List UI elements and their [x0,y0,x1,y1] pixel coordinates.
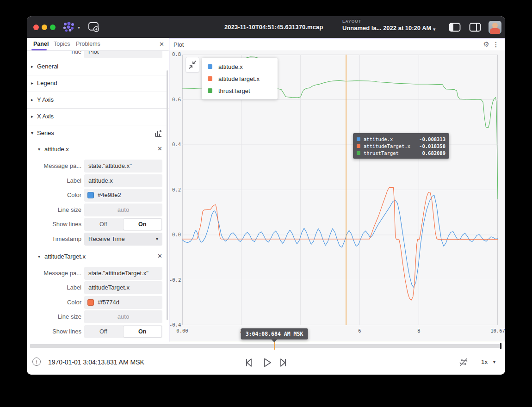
series-editor-header-attitude-target-x[interactable]: ▾ attitudeTarget.x ✕ [27,250,169,264]
seekbar-playhead[interactable] [274,342,275,350]
sidebar-close-icon[interactable]: ✕ [159,41,164,48]
legend-label: attitude.x [218,63,243,70]
label-input[interactable]: attitude.x [84,174,162,187]
foxglove-logo-icon [62,21,76,32]
tooltip-row: thrustTarget0.682089 [357,149,445,156]
show-lines-off-button[interactable]: Off [84,325,123,338]
timestamp-select[interactable]: Receive Time ▾ [84,233,162,246]
titlebar: ▾ 2023-11-10T04:51:45.631370.mcap LAYOUT… [27,16,505,38]
section-legend[interactable]: ▸ Legend [27,75,169,92]
color-swatch[interactable] [87,192,94,198]
user-avatar[interactable] [489,21,501,34]
seek-hover-tooltip: 3:04:08.684 AM MSK [241,328,308,339]
layout-chevron-icon[interactable]: ▾ [433,26,436,32]
tooltip-series-name: attitudeTarget.x [364,143,419,149]
loop-off-icon[interactable] [458,357,469,368]
show-lines-label: Show lines [27,218,81,231]
show-lines-off-button[interactable]: Off [84,218,123,231]
line-size-input[interactable]: auto [84,204,162,216]
desktop-background: ▾ 2023-11-10T04:51:45.631370.mcap LAYOUT… [0,0,532,407]
caret-right-icon: ▸ [31,64,33,69]
x-axis-tick-label: 0.00 [176,328,188,333]
label-input[interactable]: attitudeTarget.x [84,281,162,294]
section-label: Y Axis [37,96,54,103]
message-path-input[interactable]: state."attitude.x" [84,160,162,173]
message-path-input[interactable]: state."attitudeTarget.x" [84,267,162,280]
current-timestamp: 1970-01-01 3:04:13.831 AM MSK [48,358,144,366]
section-general[interactable]: ▸ General [27,59,169,75]
legend-collapse-button[interactable] [186,57,199,73]
add-panel-button[interactable] [88,22,100,32]
chevron-down-icon: ▾ [156,233,158,246]
caret-down-icon: ▾ [38,254,40,259]
plot-panel-title: Plot [173,41,184,48]
speed-chevron-icon[interactable]: ▾ [493,359,495,364]
tab-topics[interactable]: Topics [54,38,70,51]
minimize-window-button[interactable] [42,25,47,30]
caret-right-icon: ▸ [31,97,33,102]
remove-series-icon[interactable]: ✕ [157,253,162,259]
series-editor-header-attitude-x[interactable]: ▾ attitude.x ✕ [27,143,169,157]
close-window-button[interactable] [33,25,39,30]
app-window: ▾ 2023-11-10T04:51:45.631370.mcap LAYOUT… [27,16,505,375]
seekbar-end-marker [500,343,501,349]
remove-series-icon[interactable]: ✕ [157,145,162,152]
zoom-window-button[interactable] [50,25,56,30]
seekbar-zone [27,342,505,352]
show-lines-toggle: Off On [84,218,162,231]
x-axis-tick-label: 8 [417,328,420,333]
add-series-button[interactable] [155,130,162,137]
legend-label: attitudeTarget.x [218,75,260,82]
section-series[interactable]: ▾ Series [27,125,169,142]
tooltip-row: attitudeTarget.x-0.018358 [357,142,445,149]
color-label: Color [27,296,81,309]
tooltip-series-value: -0.018358 [419,143,445,149]
line-size-input[interactable]: auto [84,310,162,323]
app-menu-chevron-icon[interactable]: ▾ [78,25,80,30]
caret-right-icon: ▸ [31,80,33,86]
timestamp-value: Receive Time [88,235,125,242]
legend-item-attitude.x[interactable]: attitude.x [202,61,278,73]
color-input[interactable]: #f5774d [84,296,162,309]
legend-swatch [208,76,212,81]
section-label: Legend [37,80,57,86]
show-lines-on-button[interactable]: On [124,219,162,230]
panel-settings-gear-icon[interactable]: ⚙ [483,40,489,49]
sidebar-scrollbar[interactable] [167,70,168,320]
caret-right-icon: ▸ [31,114,33,119]
y-axis-tick-label: 0.2 [169,187,181,192]
legend-item-attitudeTarget.x[interactable]: attitudeTarget.x [202,73,278,85]
series-name: attitude.x [44,146,69,153]
play-button[interactable] [261,357,273,369]
show-lines-toggle: Off On [84,325,162,338]
seek-backward-button[interactable] [242,357,254,369]
label-label: Label [27,174,81,187]
y-axis-tick-label: -0.4 [169,322,181,327]
left-sidebar-toggle-button[interactable] [449,23,461,32]
playback-speed[interactable]: 1x [481,358,488,365]
main-area: Title Plot Panel Topics Problems ✕ ▸ Gen… [27,38,505,342]
tooltip-swatch [357,137,360,141]
y-axis-tick-label: 0.6 [169,97,181,102]
section-y-axis[interactable]: ▸ Y Axis [27,92,169,109]
layout-name: Unnamed la... 2022 at 10:20 AM [342,25,431,31]
y-axis-tick-label: 0.4 [169,142,181,147]
y-axis-tick-label: 0.8 [169,51,181,57]
layout-switcher[interactable]: LAYOUT Unnamed la... 2022 at 10:20 AM [342,19,431,31]
tooltip-series-value: 0.682089 [422,150,445,156]
show-lines-on-button[interactable]: On [124,326,162,337]
section-label: General [37,63,58,70]
right-sidebar-toggle-button[interactable] [469,23,481,32]
tab-problems[interactable]: Problems [76,38,100,51]
seek-forward-button[interactable] [278,357,290,369]
info-icon[interactable]: i [32,358,41,366]
tooltip-series-name: attitude.x [364,136,419,142]
panel-menu-kebab-icon[interactable]: ⋮ [493,41,499,48]
avatar-face [492,23,498,28]
legend-item-thrustTarget[interactable]: thrustTarget [202,85,278,97]
seekbar-track[interactable] [30,344,502,348]
section-x-axis[interactable]: ▸ X Axis [27,109,169,125]
color-label: Color [27,189,81,202]
color-swatch[interactable] [87,299,94,306]
color-input[interactable]: #4e98e2 [84,189,162,202]
